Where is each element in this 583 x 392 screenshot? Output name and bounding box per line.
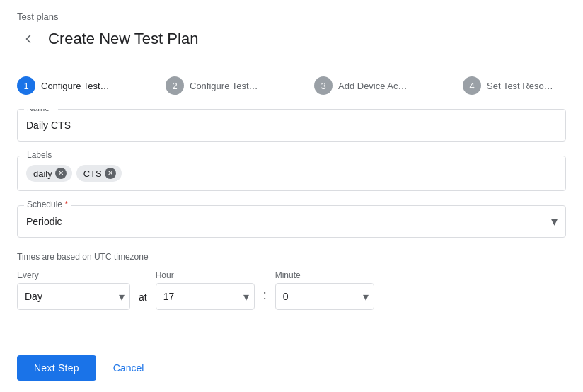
name-field-group: Name * [17,109,566,142]
labels-label: Labels [24,150,54,160]
step-2-label: Configure Test Ru... [190,81,260,91]
at-label: at [139,292,147,310]
page-container: Test plans Create New Test Plan 1 Config… [0,0,583,392]
labels-field-group: Labels daily ✕ CTS ✕ [17,156,566,191]
page-header: Test plans Create New Test Plan [0,0,583,62]
step-1: 1 Configure Test Pl... [17,76,112,95]
every-select-wrapper: Day Hour Week ▾ [17,283,130,310]
stepper: 1 Configure Test Pl... 2 Configure Test … [0,76,583,109]
step-2-circle: 2 [166,76,184,95]
step-1-circle: 1 [17,76,35,95]
chip-cts: CTS ✕ [76,165,122,182]
step-connector-3 [415,86,457,86]
name-label: Name * [24,109,58,113]
minute-select[interactable]: 0510 152025 303540 455055 [275,283,374,310]
labels-field[interactable]: daily ✕ CTS ✕ [17,156,566,191]
step-connector-1 [117,86,160,86]
step-1-label: Configure Test Pl... [41,81,112,91]
every-group: Every Day Hour Week ▾ [17,270,130,310]
minute-group: Minute 0510 152025 303540 455055 ▾ [275,270,374,310]
breadcrumb: Test plans [17,11,566,22]
every-select[interactable]: Day Hour Week [17,283,130,310]
step-2: 2 Configure Test Ru... [166,76,260,95]
step-4: 4 Set Test Resourc... [463,76,558,95]
schedule-label: Schedule * [24,200,71,209]
step-4-label: Set Test Resourc... [487,81,558,91]
next-step-button[interactable]: Next Step [17,355,96,381]
chip-daily: daily ✕ [26,165,72,182]
schedule-field-group: Schedule * Periodic One-time ▾ [17,205,566,238]
minute-label: Minute [275,270,374,280]
name-input[interactable] [17,109,566,142]
hour-select[interactable]: 0123 4567 891011 12131415 16171819 20212… [156,283,255,310]
chip-cts-remove[interactable]: ✕ [105,168,116,179]
timezone-note: Times are based on UTC timezone [17,252,566,262]
header-divider [0,62,583,62]
periodic-row: Every Day Hour Week ▾ at Hour 0123 4567 [17,270,566,310]
page-title: Create New Test Plan [48,30,198,48]
chip-daily-remove[interactable]: ✕ [55,168,67,179]
step-connector-2 [266,86,308,86]
hour-label: Hour [156,270,255,280]
minute-select-wrapper: 0510 152025 303540 455055 ▾ [275,283,374,310]
form-container: Name * Labels daily ✕ CTS ✕ Schedul [0,109,583,344]
hour-group: Hour 0123 4567 891011 12131415 16171819 … [156,270,255,310]
cancel-button[interactable]: Cancel [108,355,150,381]
schedule-select[interactable]: Periodic One-time [17,205,566,238]
footer: Next Step Cancel [0,344,583,392]
step-3: 3 Add Device Actio... [314,76,409,95]
step-4-circle: 4 [463,76,481,95]
hour-select-wrapper: 0123 4567 891011 12131415 16171819 20212… [156,283,255,310]
schedule-select-wrapper: Periodic One-time ▾ [17,205,566,238]
every-label: Every [17,270,130,280]
step-3-label: Add Device Actio... [338,81,409,91]
page-title-row: Create New Test Plan [17,28,566,62]
step-3-circle: 3 [314,76,333,95]
back-button[interactable] [17,28,40,50]
colon-separator: : [263,288,267,310]
